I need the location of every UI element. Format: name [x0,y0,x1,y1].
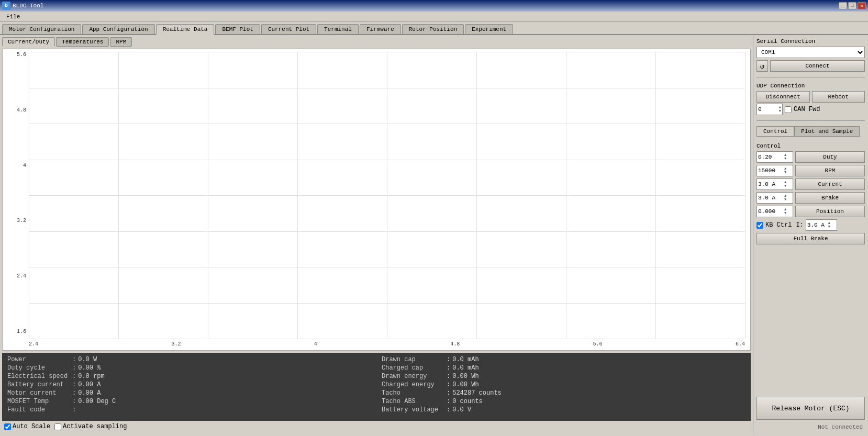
status-value: 0.0 W [78,356,97,363]
grid-v-3 [297,52,298,339]
refresh-button[interactable]: ↺ [756,60,768,72]
status-label: Charged cap [382,364,444,372]
status-label: Electrical speed [7,373,70,380]
position-value-input[interactable] [758,208,784,215]
can-fwd-checkbox[interactable] [785,106,792,113]
x-label-3.2: 3.2 [171,341,181,347]
kb-spinbox-arrows[interactable]: ▲ ▼ [828,220,830,230]
brake-spinbox-arrows[interactable]: ▲ ▼ [784,193,786,203]
rpm-spinbox-arrows[interactable]: ▲ ▼ [784,165,786,176]
grid-v-1 [118,52,119,339]
rpm-down-arrow[interactable]: ▼ [784,171,786,174]
can-spinbox[interactable]: ▲ ▼ [756,104,783,115]
status-panel: Power:0.0 WDuty cycle:0.00 %Electrical s… [2,353,751,421]
kb-current-input[interactable] [807,222,828,228]
can-fwd-label: CAN Fwd [794,106,820,113]
com-port-select[interactable]: COM1 [756,47,865,58]
tab-experiment[interactable]: Experiment [465,24,513,34]
reboot-button[interactable]: Reboot [812,91,865,103]
duty-button[interactable]: Duty [795,151,865,163]
position-spinbox-arrows[interactable]: ▲ ▼ [784,206,786,217]
current-button[interactable]: Current [795,178,865,190]
release-motor-button[interactable]: Release Motor (ESC) [756,397,865,420]
can-down-arrow[interactable]: ▼ [779,109,781,113]
tab-firmware[interactable]: Firmware [360,24,401,34]
can-value-input[interactable] [758,106,774,113]
window-controls[interactable]: _ □ ✕ [839,2,866,9]
current-value-input[interactable] [758,181,784,187]
tab-app-config[interactable]: App Configuration [82,24,154,34]
tab-current-plot[interactable]: Current Plot [261,24,316,34]
status-value: 0.00 Wh [452,381,478,388]
grid-v-8 [745,52,745,339]
status-row-right: Battery voltage:0.0 V [382,406,745,413]
duty-row: ▲ ▼ Duty [756,151,865,163]
disconnect-button[interactable]: Disconnect [756,91,810,103]
position-down-arrow[interactable]: ▼ [784,211,786,215]
status-value: 0 counts [452,398,483,405]
status-label: Motor current [7,389,70,397]
can-spinbox-arrows[interactable]: ▲ ▼ [779,104,781,115]
activate-sampling-text: Activate sampling [63,423,127,430]
auto-scale-label[interactable]: Auto Scale [4,423,50,430]
status-label: Tacho ABS [382,398,444,405]
position-spinbox[interactable]: ▲ ▼ [756,206,793,217]
tab-realtime-data[interactable]: Realtime Data [156,24,215,35]
status-value: 0.00 Deg C [78,398,116,405]
grid-v-0 [29,52,29,339]
current-down-arrow[interactable]: ▼ [784,184,786,188]
position-row: ▲ ▼ Position [756,206,865,217]
status-label: Fault code [7,406,70,413]
rpm-spinbox[interactable]: ▲ ▼ [756,165,793,176]
tab-rotor-position[interactable]: Rotor Position [402,24,464,34]
connect-row: ↺ Connect [756,60,865,72]
kb-current-spinbox[interactable]: ▲ ▼ [806,219,837,231]
close-button[interactable]: ✕ [858,2,866,9]
tab-bemf-plot[interactable]: BEMF Plot [215,24,260,34]
sub-tab-temperatures[interactable]: Temperatures [56,37,109,47]
tab-terminal[interactable]: Terminal [317,24,359,34]
full-brake-button[interactable]: Full Brake [756,233,865,244]
rpm-button[interactable]: RPM [795,165,865,176]
control-section: Control ▲ ▼ Duty ▲ ▼ [756,143,865,249]
duty-spinbox-arrows[interactable]: ▲ ▼ [784,152,786,162]
status-label: Tacho [382,389,444,397]
status-value: 0.00 A [78,381,101,388]
position-button[interactable]: Position [795,206,865,217]
status-row-left: Motor current:0.00 A [7,389,371,397]
menu-file[interactable]: File [2,13,24,21]
activate-sampling-checkbox[interactable] [54,423,61,430]
brake-button[interactable]: Brake [795,192,865,204]
status-value: 524287 counts [452,389,502,397]
minimize-button[interactable]: _ [839,2,847,9]
y-label-1.6: 1.6 [5,329,26,334]
status-left: Power:0.0 WDuty cycle:0.00 %Electrical s… [2,353,376,421]
current-spinbox[interactable]: ▲ ▼ [756,178,793,190]
tab-plot-sample[interactable]: Plot and Sample [794,126,860,137]
brake-spinbox[interactable]: ▲ ▼ [756,192,793,204]
duty-down-arrow[interactable]: ▼ [784,157,786,161]
activate-sampling-label[interactable]: Activate sampling [54,423,127,430]
brake-value-input[interactable] [758,195,784,201]
sub-tab-rpm[interactable]: RPM [110,37,132,47]
y-label-4.8: 4.8 [5,107,26,113]
tab-control[interactable]: Control [756,126,794,137]
duty-spinbox[interactable]: ▲ ▼ [756,151,793,163]
rpm-value-input[interactable] [758,167,784,174]
x-label-5.6: 5.6 [593,341,603,347]
connect-button[interactable]: Connect [770,60,865,72]
chart-area: 5.64.843.22.41.6 2.43.244.85.66.4 [2,49,751,351]
maximize-button[interactable]: □ [848,2,856,9]
status-row-left: MOSFET Temp:0.00 Deg C [7,398,371,405]
kb-down-arrow[interactable]: ▼ [828,225,830,229]
grid-v-6 [566,52,566,339]
kb-ctrl-checkbox[interactable] [756,222,763,229]
auto-scale-checkbox[interactable] [4,423,11,430]
current-spinbox-arrows[interactable]: ▲ ▼ [784,179,786,189]
brake-down-arrow[interactable]: ▼ [784,198,786,202]
main-content: Current/DutyTemperaturesRPM 5.64.843.22.… [0,35,868,434]
sub-tab-current-duty[interactable]: Current/Duty [2,37,55,47]
tab-motor-config[interactable]: Motor Configuration [2,24,81,34]
duty-value-input[interactable] [758,154,784,160]
status-label: Power [7,356,70,363]
